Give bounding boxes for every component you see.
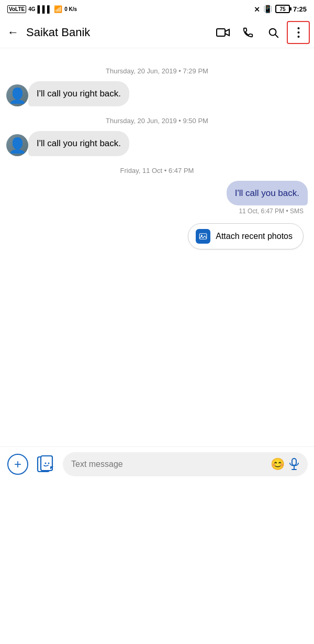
text-message-input[interactable] <box>71 460 266 469</box>
svg-point-3 <box>297 27 299 29</box>
status-bar: VoLTE 4G ▌▌▌ 📶 0 K/s ⨯ 📳 75 7:25 <box>0 0 314 17</box>
search-icon <box>267 27 279 38</box>
bluetooth-icon: ⨯ <box>254 5 260 13</box>
emoji-button[interactable]: 😊 <box>271 457 285 471</box>
message-row-sent-1: I'll call you back. <box>6 181 308 206</box>
attach-photos-button[interactable]: Attach recent photos <box>188 223 304 249</box>
text-input-wrap: 😊 <box>63 452 308 476</box>
svg-rect-12 <box>292 459 296 465</box>
message-row-received-2: I'll call you right back. <box>6 131 308 156</box>
sms-label: 11 Oct, 6:47 PM • SMS <box>6 208 304 215</box>
svg-point-7 <box>201 235 203 236</box>
phone-call-button[interactable] <box>237 21 260 44</box>
video-call-button[interactable] <box>211 21 234 44</box>
search-button[interactable] <box>262 21 285 44</box>
svg-point-4 <box>297 31 299 34</box>
svg-rect-0 <box>217 29 225 36</box>
bubble-received-2: I'll call you right back. <box>28 131 129 156</box>
contact-name[interactable]: Saikat Banik <box>26 26 211 39</box>
image-icon <box>198 232 208 241</box>
status-right: ⨯ 📳 75 7:25 <box>254 5 307 13</box>
svg-point-5 <box>297 36 299 38</box>
chat-area: Thursday, 20 Jun, 2019 • 7:29 PM I'll ca… <box>0 48 314 446</box>
app-bar-icons <box>211 21 310 44</box>
mic-button[interactable] <box>289 458 299 471</box>
avatar-1 <box>6 84 28 106</box>
timestamp-3: Friday, 11 Oct • 6:47 PM <box>6 167 308 174</box>
avatar-2 <box>6 134 28 156</box>
time-display: 7:25 <box>293 5 307 13</box>
sticker-button[interactable] <box>35 453 58 476</box>
attach-photos-label: Attach recent photos <box>216 232 293 241</box>
volte-indicator: VoLTE <box>7 5 26 13</box>
emoji-icon: 😊 <box>271 457 285 471</box>
add-button[interactable]: + <box>6 453 29 476</box>
data-speed: 0 K/s <box>64 6 77 12</box>
network-type: 4G <box>28 6 35 12</box>
app-bar: ← Saikat Banik <box>0 17 314 48</box>
mic-icon <box>289 458 299 471</box>
timestamp-2: Thursday, 20 Jun, 2019 • 9:50 PM <box>6 117 308 125</box>
more-options-icon <box>297 27 300 38</box>
status-left: VoLTE 4G ▌▌▌ 📶 0 K/s <box>7 5 77 13</box>
phone-icon <box>242 27 254 38</box>
bottom-bar: + 😊 <box>0 446 314 486</box>
svg-point-11 <box>48 463 50 464</box>
svg-line-2 <box>275 35 278 37</box>
signal-bars: ▌▌▌ <box>38 5 52 13</box>
sticker-icon <box>37 455 55 474</box>
wifi-icon: 📶 <box>54 5 62 13</box>
battery-indicator: 75 <box>275 5 290 13</box>
timestamp-1: Thursday, 20 Jun, 2019 • 7:29 PM <box>6 67 308 75</box>
back-button[interactable]: ← <box>2 21 24 43</box>
message-row-received-1: I'll call you right back. <box>6 81 308 106</box>
bubble-sent-1: I'll call you back. <box>227 181 308 206</box>
attach-photos-icon <box>196 229 210 244</box>
more-options-button[interactable] <box>287 21 310 44</box>
add-icon: + <box>7 454 28 475</box>
attach-photos-row: Attach recent photos <box>6 219 308 254</box>
video-call-icon <box>216 27 230 38</box>
vibrate-icon: 📳 <box>263 5 272 13</box>
svg-point-10 <box>45 463 47 464</box>
bubble-received-1: I'll call you right back. <box>28 81 129 106</box>
